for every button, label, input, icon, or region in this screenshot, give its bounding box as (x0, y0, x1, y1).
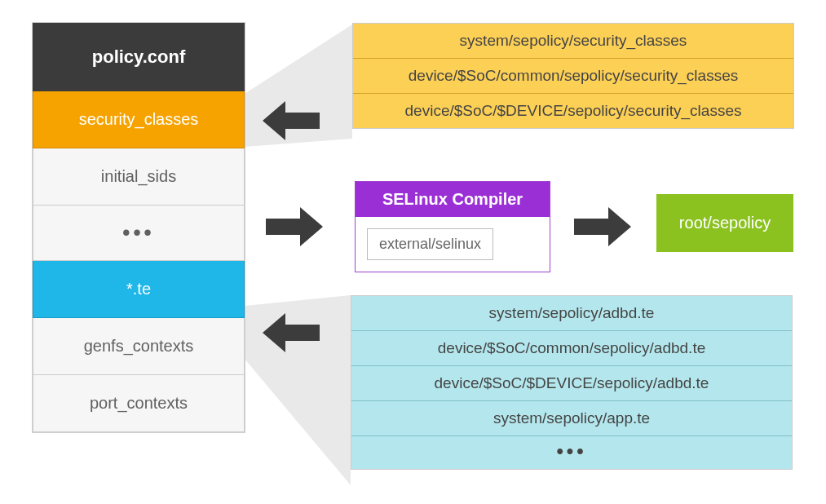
stack-row-security-classes: security_classes (33, 91, 245, 148)
arrow-right-icon (574, 207, 631, 246)
source-path: device/$SoC/$DEVICE/sepolicy/adbd.te (351, 366, 792, 401)
source-path: system/sepolicy/app.te (351, 401, 792, 436)
security-classes-sources: system/sepolicy/security_classes device/… (352, 23, 794, 129)
stack-row-ellipsis: ••• (33, 206, 245, 261)
compiler-title: SELinux Compiler (356, 182, 550, 217)
te-sources: system/sepolicy/adbd.te device/$SoC/comm… (351, 295, 793, 470)
source-path: system/sepolicy/security_classes (353, 24, 793, 59)
stack-row-initial-sids: initial_sids (33, 148, 245, 206)
source-path: device/$SoC/common/sepolicy/adbd.te (351, 331, 792, 366)
source-path: device/$SoC/common/sepolicy/security_cla… (353, 59, 793, 94)
stack-row-port-contexts: port_contexts (33, 375, 245, 432)
arrow-left-icon (263, 313, 320, 352)
compiler-path: external/selinux (367, 228, 493, 260)
stack-row-genfs-contexts: genfs_contexts (33, 318, 245, 375)
output-root-sepolicy: root/sepolicy (656, 194, 793, 252)
stack-row-te: *.te (33, 261, 245, 318)
selinux-compiler-box: SELinux Compiler external/selinux (355, 181, 550, 272)
source-ellipsis: ••• (351, 436, 792, 469)
arrow-right-icon (266, 207, 323, 246)
policy-conf-header: policy.conf (33, 23, 245, 91)
policy-conf-stack: policy.conf security_classes initial_sid… (33, 23, 245, 432)
source-path: device/$SoC/$DEVICE/sepolicy/security_cl… (353, 94, 793, 128)
arrow-left-icon (263, 101, 320, 140)
source-path: system/sepolicy/adbd.te (351, 296, 792, 331)
